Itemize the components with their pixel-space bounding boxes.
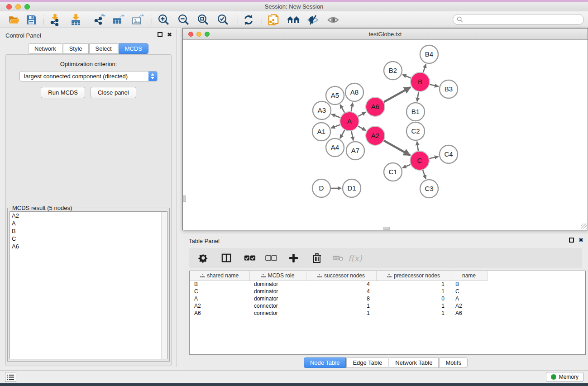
table-settings-button[interactable]	[195, 249, 212, 267]
graph-node-A7[interactable]: A7	[346, 142, 364, 160]
mcds-result-list[interactable]: A2ABCA6	[10, 211, 167, 359]
graph-node-A2[interactable]: A2	[366, 126, 385, 145]
table-cell[interactable]: B	[190, 281, 249, 288]
float-panel-icon[interactable]	[569, 238, 574, 243]
refresh-view-button[interactable]	[240, 12, 257, 28]
graph-node-B1[interactable]: B1	[406, 103, 425, 121]
graph-node-D1[interactable]: D1	[343, 179, 361, 197]
graph-node-A[interactable]: A	[340, 112, 359, 131]
table-row[interactable]: Bdominator41B	[190, 281, 487, 288]
network-window-titlebar[interactable]: testGlobe.txt	[183, 29, 588, 40]
unselect-all-columns-button[interactable]	[263, 249, 280, 267]
window-resize-grip[interactable]	[581, 224, 587, 229]
show-graphics-button[interactable]	[325, 12, 342, 28]
table-cell[interactable]: 8	[306, 295, 376, 302]
graph-node-C[interactable]: C	[410, 151, 429, 170]
table-cell[interactable]: B	[451, 281, 487, 288]
open-file-button[interactable]	[5, 12, 23, 28]
table-cell[interactable]: 4	[306, 288, 376, 295]
graph-node-C3[interactable]: C3	[420, 180, 438, 198]
table-cell[interactable]: 1	[306, 302, 376, 310]
graph-node-A8[interactable]: A8	[345, 83, 363, 101]
run-mcds-button[interactable]: Run MCDS	[41, 87, 85, 98]
graph-node-B[interactable]: B	[411, 72, 430, 91]
tab-select[interactable]: Select	[89, 43, 118, 54]
table-cell[interactable]: A	[190, 295, 249, 302]
result-list-scrollbar[interactable]	[161, 212, 167, 359]
home-view-button[interactable]	[285, 12, 302, 28]
graph-node-B4[interactable]: B4	[420, 45, 438, 63]
table-cell[interactable]: dominator	[249, 295, 306, 302]
table-cell[interactable]: 1	[306, 310, 376, 317]
search-field[interactable]	[453, 14, 584, 25]
column-header-predecessor-nodes[interactable]: predecessor nodes	[376, 271, 451, 281]
network-graph[interactable]: AA1A2A3A4A5A6A7A8BB1B2B3B4CC1C2C3C4DD1	[183, 40, 588, 230]
column-header-MCDS-role[interactable]: MCDS role	[249, 271, 306, 281]
table-cell[interactable]: dominator	[249, 288, 306, 295]
zoom-selected-button[interactable]	[214, 12, 231, 28]
graph-node-A1[interactable]: A1	[312, 123, 330, 141]
canvas-horizontal-scrollbar[interactable]	[383, 227, 390, 230]
zoom-out-button[interactable]	[175, 12, 192, 28]
table-cell[interactable]: A2	[190, 302, 249, 310]
column-header-successor-nodes[interactable]: successor nodes	[306, 271, 376, 281]
import-table-button[interactable]	[67, 12, 84, 28]
close-panel-icon[interactable]: ✖	[167, 32, 172, 37]
table-cell[interactable]: A6	[451, 310, 487, 317]
network-canvas[interactable]: AA1A2A3A4A5A6A7A8BB1B2B3B4CC1C2C3C4DD1	[183, 40, 588, 230]
clone-network-button[interactable]	[265, 12, 282, 28]
column-header-shared-name[interactable]: shared name	[190, 271, 249, 281]
tab-node-table[interactable]: Node Table	[304, 357, 346, 368]
tab-mcds[interactable]: MCDS	[119, 43, 148, 54]
tab-network[interactable]: Network	[28, 43, 62, 54]
mcds-result-item[interactable]: A	[10, 219, 167, 227]
table-cell[interactable]: connector	[249, 310, 306, 317]
table-cell[interactable]: A	[451, 295, 487, 302]
mcds-result-item[interactable]: C	[10, 235, 167, 243]
close-panel-button[interactable]: Close panel	[91, 87, 136, 98]
function-builder-button[interactable]: f(x)	[348, 253, 362, 263]
table-cell[interactable]: 1	[376, 310, 451, 317]
export-network-button[interactable]	[91, 12, 108, 28]
graph-node-C1[interactable]: C1	[384, 163, 402, 181]
tab-style[interactable]: Style	[63, 43, 89, 54]
zoom-fit-button[interactable]	[194, 12, 211, 28]
table-row[interactable]: Adominator80A	[190, 295, 487, 302]
table-cell[interactable]: A6	[190, 310, 249, 317]
table-cell[interactable]: 1	[376, 288, 451, 295]
canvas-vertical-scrollbar[interactable]	[183, 195, 186, 202]
table-row[interactable]: A2connector11A2	[190, 302, 487, 310]
search-input[interactable]	[465, 16, 583, 23]
graph-node-C2[interactable]: C2	[406, 122, 425, 140]
graph-node-A4[interactable]: A4	[326, 138, 344, 157]
tab-network-table[interactable]: Network Table	[389, 357, 439, 368]
memory-button[interactable]: Memory	[546, 372, 583, 382]
graph-node-B2[interactable]: B2	[384, 62, 402, 80]
table-cell[interactable]: 1	[376, 302, 451, 310]
optimization-criterion-select[interactable]: largest connected component (directed)	[19, 71, 158, 81]
graph-node-B3[interactable]: B3	[440, 80, 458, 98]
create-column-button[interactable]	[285, 249, 302, 267]
graph-node-C4[interactable]: C4	[440, 145, 458, 163]
table-cell[interactable]: C	[190, 288, 249, 295]
export-table-button[interactable]	[110, 12, 127, 28]
table-row[interactable]: Cdominator41C	[190, 288, 487, 295]
table-cell[interactable]: C	[451, 288, 487, 295]
tab-edge-table[interactable]: Edge Table	[346, 357, 388, 368]
table-cell[interactable]: 0	[376, 295, 451, 302]
save-session-button[interactable]	[23, 12, 40, 28]
table-row[interactable]: A6connector11A6	[190, 310, 487, 317]
hide-graphics-button[interactable]	[304, 12, 321, 28]
mcds-result-item[interactable]: B	[10, 227, 167, 235]
mcds-result-item[interactable]: A2	[10, 212, 167, 219]
table-cell[interactable]: connector	[249, 302, 306, 310]
tab-motifs[interactable]: Motifs	[439, 357, 468, 368]
select-all-columns-button[interactable]	[241, 249, 258, 267]
export-image-button[interactable]	[129, 12, 146, 28]
close-panel-icon[interactable]: ✖	[578, 238, 583, 243]
graph-node-D[interactable]: D	[312, 179, 330, 197]
zoom-in-button[interactable]	[155, 12, 172, 28]
table-cell[interactable]: 1	[376, 281, 451, 288]
graph-node-A5[interactable]: A5	[326, 86, 344, 105]
float-panel-icon[interactable]	[158, 32, 163, 37]
